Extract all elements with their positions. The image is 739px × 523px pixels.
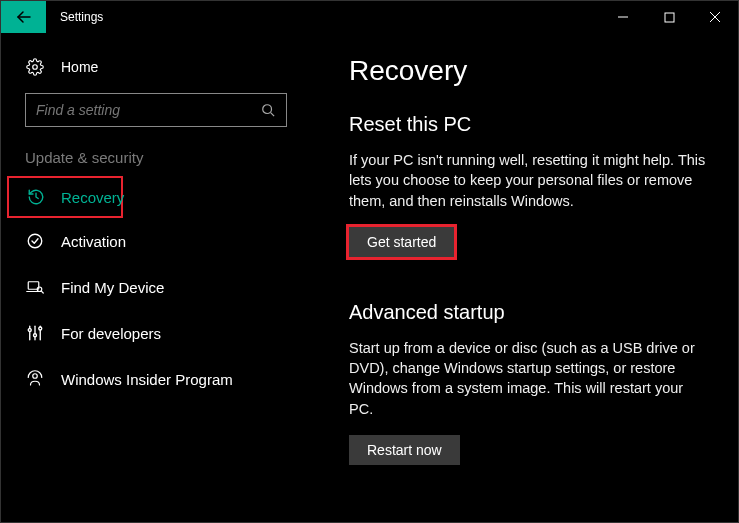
svg-line-12 [41, 291, 43, 293]
startup-section: Advanced startup Start up from a device … [349, 301, 708, 465]
search-wrap [1, 87, 311, 145]
svg-point-18 [39, 327, 42, 330]
svg-point-5 [33, 65, 38, 70]
reset-description: If your PC isn't running well, resetting… [349, 150, 708, 211]
sliders-icon [25, 323, 45, 343]
reset-section: Reset this PC If your PC isn't running w… [349, 113, 708, 257]
svg-point-16 [34, 334, 37, 337]
reset-heading: Reset this PC [349, 113, 708, 136]
sidebar-item-find-my-device[interactable]: Find My Device [1, 264, 311, 310]
history-icon [27, 187, 45, 207]
svg-point-8 [28, 234, 42, 248]
minimize-button[interactable] [600, 1, 646, 33]
startup-heading: Advanced startup [349, 301, 708, 324]
window-controls [600, 1, 738, 33]
close-button[interactable] [692, 1, 738, 33]
category-label: Update & security [1, 145, 311, 176]
find-device-icon [25, 277, 45, 297]
sidebar-item-label: For developers [61, 325, 161, 342]
svg-point-6 [263, 105, 272, 114]
svg-point-19 [33, 374, 38, 379]
maximize-button[interactable] [646, 1, 692, 33]
back-button[interactable] [1, 1, 46, 33]
sidebar-item-windows-insider[interactable]: Windows Insider Program [1, 356, 311, 402]
sidebar-item-recovery[interactable]: Recovery [7, 176, 123, 218]
window-title: Settings [60, 10, 103, 24]
gear-icon [25, 57, 45, 77]
sidebar-item-activation[interactable]: Activation [1, 218, 311, 264]
restart-now-button[interactable]: Restart now [349, 435, 460, 465]
sidebar-item-label: Activation [61, 233, 126, 250]
svg-point-14 [28, 329, 31, 332]
main-content: Recovery Reset this PC If your PC isn't … [311, 33, 738, 522]
page-title: Recovery [349, 55, 708, 87]
svg-rect-2 [665, 13, 674, 22]
sidebar: Home Update & security [1, 33, 311, 522]
body: Home Update & security [1, 33, 738, 522]
sidebar-item-for-developers[interactable]: For developers [1, 310, 311, 356]
insider-icon [25, 369, 45, 389]
search-box[interactable] [25, 93, 287, 127]
search-icon [260, 102, 276, 118]
titlebar: Settings [1, 1, 738, 33]
sidebar-item-label: Recovery [61, 189, 124, 206]
home-nav[interactable]: Home [1, 47, 311, 87]
startup-description: Start up from a device or disc (such as … [349, 338, 708, 419]
home-label: Home [61, 59, 98, 75]
settings-window: Settings Home [0, 0, 739, 523]
search-input[interactable] [36, 102, 260, 118]
svg-line-7 [271, 113, 275, 117]
get-started-button[interactable]: Get started [349, 227, 454, 257]
sidebar-item-label: Windows Insider Program [61, 371, 233, 388]
check-circle-icon [25, 231, 45, 251]
sidebar-item-label: Find My Device [61, 279, 164, 296]
